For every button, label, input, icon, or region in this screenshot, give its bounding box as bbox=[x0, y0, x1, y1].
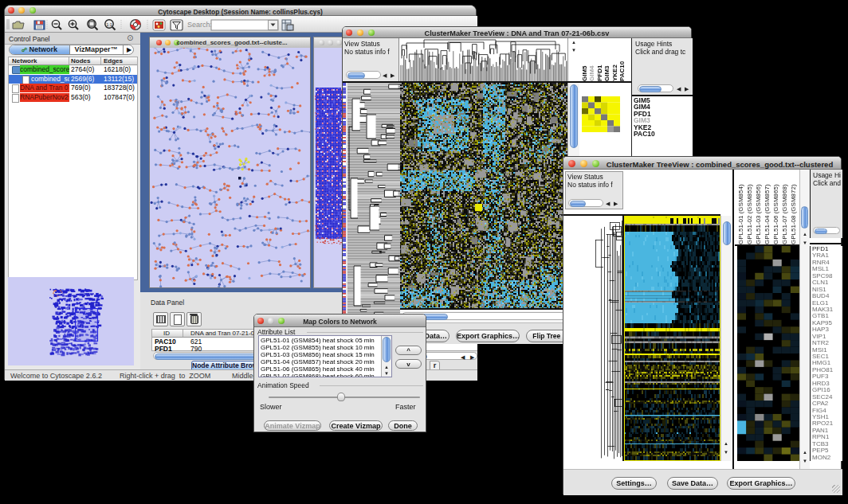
svg-text:1:1: 1:1 bbox=[106, 22, 112, 27]
svg-text:Search:: Search: bbox=[187, 21, 212, 29]
